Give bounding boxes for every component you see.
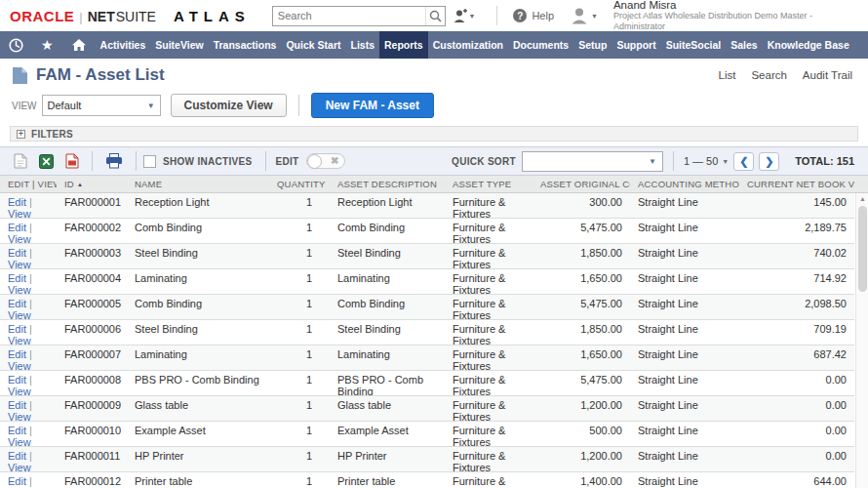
search-icon[interactable] [425,7,445,25]
next-page-button[interactable]: ❯ [759,152,779,171]
edit-link[interactable]: Edit [8,399,26,411]
cell-accounting_method: Straight Line [630,269,739,294]
edit-link[interactable]: Edit [8,348,26,360]
nav-item-activities[interactable]: Activities [96,31,151,59]
nav-item-support[interactable]: Support [612,31,660,59]
user-info[interactable]: Anand Misra Project Atlas Wholesale Dist… [613,0,858,32]
col-header-editview[interactable]: EDIT | VIEW [0,176,57,192]
vertical-scrollbar[interactable]: ▲ ▼ [855,193,868,488]
cell-editview: Edit | View [0,371,57,395]
view-link[interactable]: View [8,386,31,395]
scrollbar-thumb[interactable] [858,206,867,292]
edit-link[interactable]: Edit [8,450,26,462]
col-header-net_book_value[interactable]: CURRENT NET BOOK VALUE [739,176,854,192]
print-icon[interactable] [99,153,129,169]
table-row: Edit | ViewFAR000009Glass table1Glass ta… [0,396,854,422]
scroll-down-icon[interactable]: ▼ [856,484,868,488]
nav-item-suitesocial[interactable]: SuiteSocial [661,31,727,59]
shortcuts-star-icon[interactable]: ★ [32,31,62,59]
col-header-type[interactable]: ASSET TYPE [445,176,533,192]
col-header-accounting_method[interactable]: ACCOUNTING METHOD [630,176,739,192]
nav-item-lists[interactable]: Lists [345,31,379,59]
prev-page-button[interactable]: ❮ [733,152,754,171]
nav-item-documents[interactable]: Documents [508,31,573,59]
cell-editview: Edit | View [0,295,57,319]
nav-item-setup[interactable]: Setup [573,31,612,59]
view-link[interactable]: View [8,233,31,243]
customize-view-button[interactable]: Customize View [171,94,287,117]
pdf-export-icon[interactable] [59,153,85,169]
col-header-name[interactable]: NAME [127,176,269,192]
link-separator: | [26,348,32,360]
edit-link[interactable]: Edit [8,196,26,208]
nav-item-transactions[interactable]: Transactions [209,31,282,59]
home-icon[interactable] [62,31,96,59]
cell-quantity: 1 [269,219,330,243]
excel-export-icon[interactable] [33,154,59,169]
col-header-quantity[interactable]: QUANTITY [269,176,330,192]
cell-description: Laminating [330,269,445,294]
new-fam-asset-button[interactable]: New FAM - Asset [311,93,434,118]
divider [136,151,137,171]
help-button[interactable]: ? Help [513,9,554,22]
nav-item-quick-start[interactable]: Quick Start [281,31,345,59]
cell-description: HP Printer [330,447,445,471]
scroll-up-icon[interactable]: ▲ [856,193,868,205]
table-row: Edit | ViewFAR000001Reception Light1Rece… [0,193,854,219]
nav-item-knowledge-base[interactable]: Knowledge Base [763,31,854,59]
link-separator: | [26,425,32,436]
edit-link[interactable]: Edit [8,374,26,386]
cell-id: FAR000002 [57,219,127,243]
edit-link[interactable]: Edit [8,222,26,233]
show-inactives-checkbox[interactable] [143,155,156,168]
cell-name: Laminating [127,346,269,370]
edit-link[interactable]: Edit [8,272,26,284]
filters-bar[interactable]: + FILTERS [10,126,858,142]
edit-link[interactable]: Edit [8,425,26,436]
view-link[interactable]: View [8,411,31,421]
col-header-id[interactable]: ID▲ [57,176,127,192]
page-link-search[interactable]: Search [751,69,786,81]
nav-item-reports[interactable]: Reports [379,31,428,59]
view-link[interactable]: View [8,360,31,370]
create-new-record-icon[interactable]: ▼ [446,9,481,23]
cell-original_cost: 5,475.00 [533,295,630,319]
edit-link[interactable]: Edit [8,298,26,309]
cell-net_book_value: 0.00 [739,396,854,421]
view-select[interactable]: Default ▼ [42,95,161,116]
edit-link[interactable]: Edit [8,475,26,487]
col-header-description[interactable]: ASSET DESCRIPTION [330,176,445,192]
col-header-original_cost[interactable]: ASSET ORIGINAL COST [533,176,630,192]
cell-accounting_method: Straight Line [630,244,739,268]
edit-toggle[interactable]: ✖ [306,153,345,169]
view-link[interactable]: View [8,259,31,268]
page-link-list[interactable]: List [719,69,736,81]
view-link[interactable]: View [8,208,31,218]
link-separator: | [26,450,32,462]
edit-link[interactable]: Edit [8,323,26,335]
quick-sort-select[interactable]: ▼ [522,151,663,172]
link-separator: | [26,196,32,208]
cell-quantity: 1 [269,269,330,294]
cell-quantity: 1 [269,320,330,345]
view-link[interactable]: View [8,309,31,319]
nav-item-suiteview[interactable]: SuiteView [150,31,208,59]
csv-export-icon[interactable] [8,153,33,169]
cell-quantity: 1 [269,447,330,471]
cell-quantity: 1 [269,346,330,370]
global-search-input[interactable] [273,10,426,21]
view-link[interactable]: View [8,335,31,345]
user-avatar[interactable]: ▼ [564,7,604,24]
nav-item-customization[interactable]: Customization [428,31,508,59]
cell-type: Furniture & Fixtures [445,422,533,446]
view-link[interactable]: View [8,436,31,446]
page-link-audit-trail[interactable]: Audit Trail [803,69,852,81]
page-range-dropdown[interactable]: 1 — 50 ▼ [684,155,729,167]
view-link[interactable]: View [8,284,31,294]
edit-link[interactable]: Edit [8,247,26,259]
table-row: Edit | ViewFAR000004Laminating1Laminatin… [0,269,854,295]
total-count: TOTAL: 151 [795,155,854,167]
view-link[interactable]: View [8,462,31,471]
nav-item-sales[interactable]: Sales [726,31,762,59]
recent-records-icon[interactable] [0,31,32,59]
